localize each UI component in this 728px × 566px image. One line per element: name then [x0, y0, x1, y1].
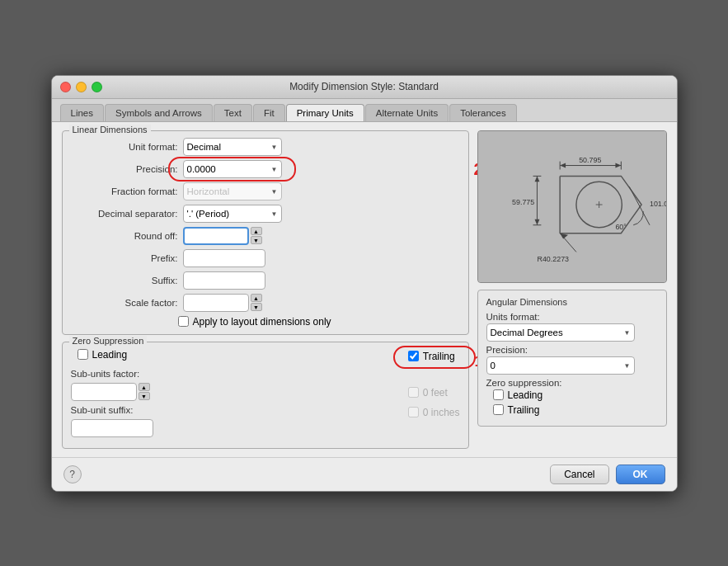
- unit-format-label: Unit format:: [71, 142, 178, 152]
- leading-label: Leading: [92, 349, 128, 361]
- titlebar: Modify Dimension Style: Standard: [52, 76, 677, 99]
- tab-symbols[interactable]: Symbols and Arrows: [105, 104, 213, 121]
- round-off-up[interactable]: ▲: [251, 227, 262, 235]
- sub-units-factor-row: Sub-units factor:: [71, 369, 393, 379]
- decimal-sep-select-wrap: '.' (Period): [183, 205, 282, 223]
- prefix-row: Prefix:: [71, 249, 460, 267]
- unit-format-select[interactable]: Decimal: [183, 138, 282, 156]
- round-off-down[interactable]: ▼: [251, 236, 262, 244]
- angular-units-format-select[interactable]: Decimal Degrees: [486, 323, 635, 342]
- tab-lines[interactable]: Lines: [60, 104, 105, 121]
- suffix-input[interactable]: [183, 271, 265, 290]
- left-panel: Linear Dimensions Unit format: Decimal P…: [62, 130, 469, 449]
- sub-units-factor-input[interactable]: 100: [71, 383, 137, 401]
- zero-suppress-left: Leading Sub-units factor: 100 ▲: [71, 349, 393, 441]
- help-button[interactable]: ?: [63, 465, 82, 483]
- close-button[interactable]: [60, 82, 71, 92]
- angular-trailing-label: Trailing: [508, 404, 540, 416]
- trailing-label: Trailing: [423, 351, 455, 362]
- sub-unit-suffix-row: Sub-unit suffix:: [71, 405, 393, 415]
- footer: ? Cancel OK: [52, 457, 677, 491]
- ok-button[interactable]: OK: [616, 465, 665, 484]
- round-off-spinner-btns: ▲ ▼: [251, 227, 262, 244]
- right-panel: 50.795 59.775: [477, 130, 667, 449]
- round-off-row: Round off: 0 ▲ ▼: [71, 227, 460, 245]
- decimal-sep-row: Decimal separator: '.' (Period): [71, 205, 460, 223]
- scale-down[interactable]: ▼: [251, 303, 262, 311]
- suffix-label: Suffix:: [71, 276, 178, 285]
- leading-checkbox[interactable]: [77, 349, 88, 360]
- angular-leading-checkbox[interactable]: [493, 389, 504, 400]
- round-off-spinner: 0 ▲ ▼: [183, 227, 262, 245]
- scale-up[interactable]: ▲: [251, 294, 262, 302]
- prefix-input[interactable]: [183, 249, 265, 267]
- zero-inches-checkbox[interactable]: [408, 407, 419, 417]
- tab-alternate-units[interactable]: Alternate Units: [365, 104, 449, 121]
- window-title: Modify Dimension Style: Standard: [289, 81, 439, 92]
- decimal-sep-select[interactable]: '.' (Period): [183, 205, 282, 223]
- apply-layout-label: Apply to layout dimensions only: [193, 316, 331, 328]
- svg-rect-0: [478, 131, 666, 282]
- precision-select[interactable]: 0.0000 0 0.0 0.00 0.000: [183, 160, 282, 178]
- zero-feet-checkbox[interactable]: [408, 387, 419, 398]
- sub-units-spinner-btns: ▲ ▼: [139, 383, 150, 400]
- tab-fit[interactable]: Fit: [253, 104, 285, 121]
- preview-svg: 50.795 59.775: [478, 131, 666, 282]
- zero-inches-label: 0 inches: [423, 407, 460, 418]
- scale-factor-row: Scale factor: 1 ▲ ▼: [71, 294, 460, 312]
- svg-text:R40.2273: R40.2273: [537, 255, 569, 263]
- angular-units-format-label: Units format:: [486, 312, 658, 322]
- leading-row: Leading: [77, 349, 128, 361]
- zero-suppression-section: Zero Suppression Leading Sub-units f: [62, 342, 469, 449]
- fraction-format-label: Fraction format:: [71, 186, 178, 196]
- fraction-format-select-wrap: Horizontal: [183, 182, 282, 200]
- cancel-button[interactable]: Cancel: [550, 465, 608, 484]
- angular-section-label: Angular Dimensions: [486, 297, 658, 307]
- angular-precision-select[interactable]: 0 0.0 0.00: [486, 356, 635, 375]
- tab-text[interactable]: Text: [214, 104, 252, 121]
- main-window: Modify Dimension Style: Standard Lines S…: [51, 75, 678, 492]
- angular-precision-block: Precision: 0 0.0 0.00: [486, 345, 658, 375]
- sub-unit-suffix-input-row: [71, 419, 393, 437]
- angular-trailing-row: Trailing: [493, 404, 658, 416]
- zero-feet-row: 0 feet: [408, 387, 460, 399]
- titlebar-buttons: [60, 82, 102, 92]
- suffix-row: Suffix:: [71, 271, 460, 290]
- linear-section-label: Linear Dimensions: [69, 125, 151, 134]
- footer-buttons: Cancel OK: [550, 465, 665, 484]
- svg-text:59.775: 59.775: [512, 198, 534, 206]
- angular-units-format-block: Units format: Decimal Degrees: [486, 312, 658, 342]
- sub-units-factor-label: Sub-units factor:: [71, 369, 162, 379]
- fraction-format-row: Fraction format: Horizontal: [71, 182, 460, 200]
- precision-select-wrap: 0.0000 0 0.0 0.00 0.000: [183, 160, 282, 178]
- unit-format-select-wrap: Decimal: [183, 138, 282, 156]
- angular-trailing-checkbox[interactable]: [493, 404, 504, 415]
- minimize-button[interactable]: [76, 82, 87, 92]
- angular-leading-row: Leading: [493, 389, 658, 401]
- scale-factor-input[interactable]: 1: [183, 294, 249, 312]
- trailing-row: Trailing 1: [408, 351, 460, 362]
- apply-layout-checkbox[interactable]: [178, 316, 189, 327]
- trailing-checkbox[interactable]: [408, 351, 419, 361]
- maximize-button[interactable]: [92, 82, 102, 92]
- angular-section: Angular Dimensions Units format: Decimal…: [477, 290, 667, 427]
- prefix-label: Prefix:: [71, 253, 178, 263]
- sub-unit-suffix-input[interactable]: [71, 419, 153, 437]
- sub-units-up[interactable]: ▲: [139, 383, 150, 391]
- svg-text:50.795: 50.795: [579, 155, 601, 163]
- fraction-format-select[interactable]: Horizontal: [183, 182, 282, 200]
- sub-units-factor-input-row: 100 ▲ ▼: [71, 383, 393, 401]
- zero-suppress-right: Trailing 1 0 feet: [402, 349, 460, 422]
- angular-precision-label: Precision:: [486, 345, 658, 355]
- tab-primary-units[interactable]: Primary Units: [286, 104, 364, 121]
- apply-layout-row: Apply to layout dimensions only: [178, 316, 460, 328]
- tab-tolerances[interactable]: Tolerances: [449, 104, 517, 121]
- sub-units-factor-spinner: 100 ▲ ▼: [71, 383, 150, 401]
- angular-precision-select-wrap: 0 0.0 0.00: [486, 356, 635, 375]
- sub-units-down[interactable]: ▼: [139, 392, 150, 400]
- angular-zero-suppress-block: Zero suppression: Leading Trailing: [486, 378, 658, 416]
- scale-factor-spinner: 1 ▲ ▼: [183, 294, 262, 312]
- round-off-input[interactable]: 0: [183, 227, 249, 245]
- preview-box: 50.795 59.775: [477, 130, 667, 283]
- scale-factor-label: Scale factor:: [71, 298, 178, 308]
